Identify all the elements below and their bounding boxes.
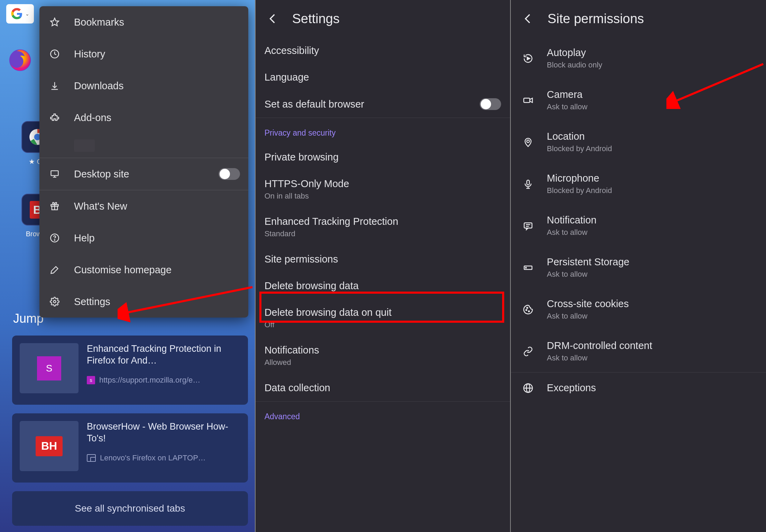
menu-settings[interactable]: Settings <box>39 286 248 318</box>
settings-delete-data[interactable]: Delete browsing data <box>256 273 510 299</box>
settings-notifications[interactable]: NotificationsAllowed <box>256 337 510 375</box>
desktop-icon <box>48 169 62 179</box>
svg-point-23 <box>528 311 529 312</box>
card-url: Lenovo's Firefox on LAPTOP… <box>100 453 206 462</box>
card-thumbnail: S <box>20 343 79 393</box>
menu-label: Downloads <box>74 80 123 92</box>
menu-history[interactable]: History <box>39 38 248 70</box>
svg-rect-13 <box>524 98 530 102</box>
jump-back-heading: Jump <box>13 311 44 326</box>
panel-settings: Settings Accessibility Language Set as d… <box>256 0 510 532</box>
svg-marker-14 <box>530 98 533 102</box>
perm-camera[interactable]: CameraAsk to allow <box>511 79 766 121</box>
perm-cookies[interactable]: Cross-site cookiesAsk to allow <box>511 288 766 330</box>
svg-rect-5 <box>51 171 58 176</box>
back-button[interactable] <box>520 11 536 26</box>
svg-point-9 <box>54 240 55 240</box>
svg-point-10 <box>54 301 56 303</box>
card-url: https://support.mozilla.org/e… <box>99 376 200 385</box>
settings-etp[interactable]: Enhanced Tracking ProtectionStandard <box>256 208 510 246</box>
see-synced-tabs-button[interactable]: See all synchronised tabs <box>12 491 248 526</box>
svg-point-15 <box>527 140 530 143</box>
menu-label: History <box>74 48 105 60</box>
firefox-icon <box>8 48 32 72</box>
thumb-letter: S <box>37 356 61 380</box>
svg-marker-12 <box>527 57 530 60</box>
menu-addons[interactable]: Add-ons <box>39 102 248 134</box>
perm-notification[interactable]: NotificationAsk to allow <box>511 205 766 247</box>
perm-storage[interactable]: Persistent StorageAsk to allow <box>511 247 766 288</box>
settings-accessibility[interactable]: Accessibility <box>256 37 510 64</box>
settings-delete-on-quit[interactable]: Delete browsing data on quitOff <box>256 299 510 337</box>
storage-icon <box>520 263 536 273</box>
settings-default-browser[interactable]: Set as default browser <box>256 91 510 118</box>
favicon-icon: s <box>87 376 95 384</box>
menu-label: Bookmarks <box>74 17 124 28</box>
jump-card-2[interactable]: BH BrowserHow - Web Browser How-To's! Le… <box>12 413 248 483</box>
gift-icon <box>48 201 62 211</box>
settings-site-permissions[interactable]: Site permissions <box>256 246 510 273</box>
svg-point-21 <box>526 267 527 268</box>
download-icon <box>48 81 62 91</box>
star-icon <box>48 17 62 27</box>
location-icon <box>520 137 536 147</box>
settings-https-only[interactable]: HTTPS-Only ModeOn in all tabs <box>256 171 510 208</box>
menu-bookmarks[interactable]: Bookmarks <box>39 6 248 38</box>
bh-badge: BH <box>36 436 63 456</box>
site-permissions-header: Site permissions <box>511 0 766 37</box>
microphone-icon <box>520 179 536 189</box>
cookie-icon <box>520 304 536 315</box>
brush-icon <box>48 265 62 275</box>
globe-icon <box>520 383 536 393</box>
puzzle-icon <box>48 113 62 122</box>
dropdown-caret-icon: ⌄ <box>25 11 29 17</box>
jump-card-1[interactable]: S Enhanced Tracking Protection in Firefo… <box>12 336 248 405</box>
card-thumbnail: BH <box>20 421 79 471</box>
card-title: Enhanced Tracking Protection in Firefox … <box>87 343 240 367</box>
settings-private-browsing[interactable]: Private browsing <box>256 144 510 171</box>
svg-rect-16 <box>527 180 530 185</box>
perm-microphone[interactable]: MicrophoneBlocked by Android <box>511 163 766 205</box>
menu-label: What's New <box>74 201 127 212</box>
menu-label: Add-ons <box>74 112 111 123</box>
menu-label: Desktop site <box>74 168 129 180</box>
menu-downloads[interactable]: Downloads <box>39 70 248 102</box>
perm-exceptions[interactable]: Exceptions <box>511 373 766 403</box>
settings-header: Settings <box>256 0 510 37</box>
perm-autoplay[interactable]: AutoplayBlock audio only <box>511 37 766 79</box>
camera-icon <box>520 95 536 106</box>
address-bar-chip[interactable]: ⌄ <box>6 4 34 24</box>
back-button[interactable] <box>265 11 280 26</box>
svg-point-22 <box>526 309 527 310</box>
menu-help[interactable]: Help <box>39 222 248 254</box>
perm-location[interactable]: LocationBlocked by Android <box>511 121 766 163</box>
menu-label: Settings <box>74 296 110 308</box>
clock-icon <box>48 49 62 59</box>
menu-account-placeholder <box>39 134 248 158</box>
overflow-menu: Bookmarks History Downloads Add-ons D <box>39 6 248 318</box>
section-advanced-header: Advanced <box>256 402 510 428</box>
header-title: Settings <box>292 11 340 26</box>
help-icon <box>48 233 62 243</box>
link-icon <box>520 346 536 357</box>
svg-point-24 <box>527 307 528 308</box>
perm-drm[interactable]: DRM-controlled contentAsk to allow <box>511 330 766 372</box>
gear-icon <box>48 297 62 306</box>
google-icon <box>11 8 23 20</box>
menu-customise-homepage[interactable]: Customise homepage <box>39 254 248 286</box>
panel-site-permissions: Site permissions AutoplayBlock audio onl… <box>511 0 766 532</box>
menu-whats-new[interactable]: What's New <box>39 190 248 222</box>
menu-label: Help <box>74 232 95 244</box>
svg-rect-17 <box>524 223 532 228</box>
desktop-site-toggle[interactable] <box>219 168 240 180</box>
menu-desktop-site[interactable]: Desktop site <box>39 158 248 190</box>
autoplay-icon <box>520 53 536 64</box>
settings-data-collection[interactable]: Data collection <box>256 375 510 401</box>
section-privacy-header: Privacy and security <box>256 118 510 144</box>
default-browser-toggle[interactable] <box>480 98 501 110</box>
message-icon <box>520 221 536 231</box>
device-icon <box>87 454 96 462</box>
card-title: BrowserHow - Web Browser How-To's! <box>87 421 240 444</box>
settings-language[interactable]: Language <box>256 64 510 91</box>
header-title: Site permissions <box>547 11 644 26</box>
